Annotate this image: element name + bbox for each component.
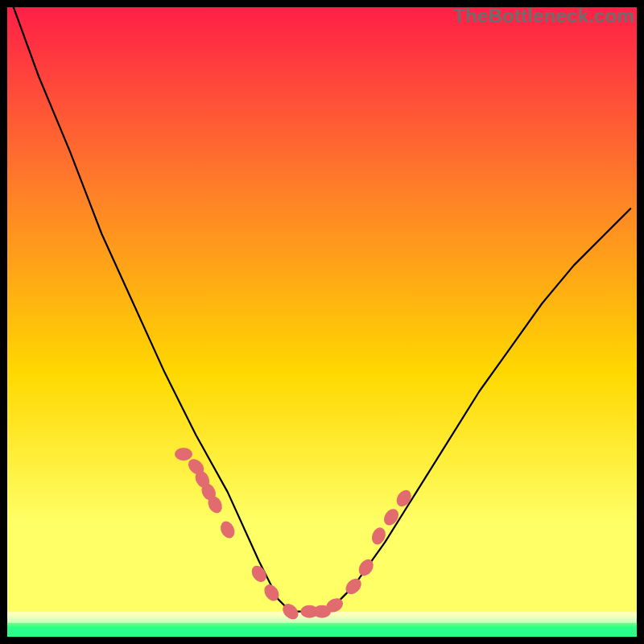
chart-frame: TheBottleneck.com: [0, 0, 644, 644]
chart-background: [7, 7, 637, 637]
curve-marker: [175, 448, 192, 460]
bottom-stripe-1: [7, 619, 637, 623]
chart-svg: [0, 0, 644, 644]
watermark-text: TheBottleneck.com: [453, 5, 634, 27]
